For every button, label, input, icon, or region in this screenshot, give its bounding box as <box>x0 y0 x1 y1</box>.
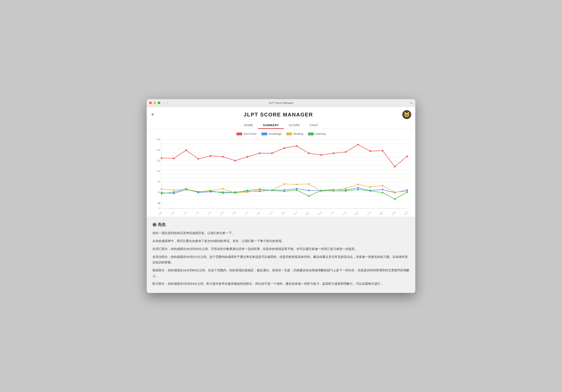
legend-label-total: Total Score <box>243 132 257 135</box>
forward-arrow[interactable]: › <box>166 101 168 105</box>
svg-text:N2-2010-07: N2-2010-07 <box>154 211 163 215</box>
tab-summary[interactable]: SUMMARY <box>258 121 284 129</box>
chart-section: Total Score Knowledge Reading Listening <box>147 129 415 217</box>
legend-listening: Listening <box>308 132 326 135</box>
analysis-heading: ㊙ 先生 <box>152 222 410 227</box>
svg-text:N2-2017-07: N2-2017-07 <box>326 211 334 215</box>
svg-point-68 <box>161 188 162 190</box>
svg-point-59 <box>308 190 310 191</box>
svg-text:N2-2016-07: N2-2016-07 <box>302 211 310 215</box>
tab-home[interactable]: HOME <box>239 121 258 129</box>
svg-point-79 <box>296 184 297 185</box>
svg-point-92 <box>198 191 199 192</box>
svg-text:160: 160 <box>156 138 160 141</box>
svg-text:N2-2014-07: N2-2014-07 <box>252 211 261 215</box>
svg-point-30 <box>210 155 211 157</box>
svg-point-36 <box>283 147 285 149</box>
svg-point-89 <box>161 192 162 193</box>
tab-score[interactable]: SCORE <box>284 121 305 129</box>
svg-point-35 <box>271 153 273 154</box>
svg-text:N2-2013-07: N2-2013-07 <box>228 211 236 215</box>
svg-point-33 <box>247 156 248 157</box>
legend-label-listening: Listening <box>315 132 326 135</box>
legend-color-listening <box>308 132 314 135</box>
svg-text:N2-2016-12: N2-2016-12 <box>314 211 322 215</box>
svg-point-105 <box>357 189 359 190</box>
header-top: ☀ JLPT SCORE MANAGER 🐱 <box>147 110 415 121</box>
svg-text:N2-2018-07: N2-2018-07 <box>351 211 359 215</box>
svg-point-26 <box>161 157 162 159</box>
analysis-para-0: 你好！我注意到你的日语考试成绩历史。让我们来分析一下。 <box>152 230 410 236</box>
svg-point-90 <box>173 193 175 194</box>
svg-point-101 <box>308 195 310 197</box>
svg-text:100: 100 <box>156 170 160 172</box>
svg-text:N2-2020-12: N2-2020-12 <box>400 211 408 215</box>
svg-text:N2-2011-12: N2-2011-12 <box>191 211 199 215</box>
app-window: ‹ › JLPT Score Manager ⎋ ☀ JLPT SCORE MA… <box>147 99 415 293</box>
svg-point-28 <box>185 149 187 151</box>
app-title: JLPT SCORE MANAGER <box>154 112 402 118</box>
legend-color-knowledge <box>261 132 267 135</box>
legend-knowledge: Knowledge <box>261 132 281 135</box>
svg-point-100 <box>296 189 297 191</box>
back-arrow[interactable]: ‹ <box>164 101 165 105</box>
svg-text:N2-2019-07: N2-2019-07 <box>375 211 384 215</box>
maximize-button[interactable] <box>158 102 160 104</box>
analysis-para-3: 在语法部分，你的成绩在9分到21分之间。这个范围内的成绩对于通过考试来说是可以接… <box>152 254 410 265</box>
nav-arrows: ‹ › <box>164 101 168 105</box>
minimize-button[interactable] <box>153 102 156 104</box>
window-controls <box>149 102 160 104</box>
titlebar: ‹ › JLPT Score Manager ⎋ <box>147 99 415 107</box>
theme-button[interactable]: ☀ <box>151 112 154 117</box>
svg-point-98 <box>271 190 273 191</box>
analysis-para-2: 在词汇部分，你的成绩在26分到32分之间。尽管这些分数离满分还有一定的距离，但是… <box>152 246 410 251</box>
svg-text:N2-2017-12: N2-2017-12 <box>338 211 347 215</box>
svg-point-85 <box>370 186 371 188</box>
svg-point-108 <box>394 198 396 200</box>
window-title: JLPT Score Manager <box>269 101 294 104</box>
svg-point-106 <box>370 190 371 192</box>
analysis-section: ㊙ 先生 你好！我注意到你的日语考试成绩历史。让我们来分析一下。 从你的成绩单中… <box>147 217 415 293</box>
svg-point-102 <box>320 190 322 191</box>
svg-point-86 <box>382 185 383 186</box>
svg-point-94 <box>222 192 224 194</box>
svg-point-42 <box>357 144 359 145</box>
svg-point-78 <box>283 183 285 185</box>
svg-point-63 <box>357 187 359 189</box>
svg-point-97 <box>259 188 261 190</box>
svg-text:140: 140 <box>156 149 160 151</box>
svg-point-109 <box>406 191 408 193</box>
tab-chat[interactable]: CHAT <box>305 121 323 129</box>
avatar[interactable]: 🐱 <box>402 110 411 119</box>
svg-point-95 <box>234 192 236 193</box>
analysis-para-5: 听力部分，你的成绩在0分到44分之间。听力是许多学生最具挑战性的部分，所以你不是… <box>152 281 410 286</box>
svg-point-39 <box>320 154 322 156</box>
svg-text:N2-2018-12: N2-2018-12 <box>363 211 371 215</box>
svg-point-34 <box>259 153 261 154</box>
svg-point-38 <box>308 153 310 154</box>
svg-text:N2-2011-07: N2-2011-07 <box>179 211 187 215</box>
close-button[interactable] <box>149 102 152 104</box>
line-chart: 160 140 120 100 80 60 40 N2-2010-07N2-20… <box>151 137 411 215</box>
svg-point-31 <box>222 156 224 157</box>
svg-point-27 <box>173 158 175 159</box>
svg-text:N2-2015-07: N2-2015-07 <box>277 211 285 215</box>
svg-text:N2-2012-07: N2-2012-07 <box>203 211 212 215</box>
svg-point-75 <box>247 191 248 193</box>
svg-text:N2-2013-12: N2-2013-12 <box>240 211 248 215</box>
svg-text:20: 20 <box>158 202 160 204</box>
analysis-para-4: 阅读部分，你的成绩在34分到60分之间。在这个范围内，你的表现比较稳定，接近满分… <box>152 267 410 278</box>
svg-point-73 <box>222 188 224 190</box>
svg-text:N2-2012-12: N2-2012-12 <box>215 211 224 215</box>
legend-label-knowledge: Knowledge <box>268 132 281 135</box>
legend-color-total <box>236 132 242 135</box>
main-content: Total Score Knowledge Reading Listening <box>147 129 415 293</box>
share-button[interactable]: ⎋ <box>410 101 412 105</box>
svg-point-93 <box>210 190 211 192</box>
svg-point-99 <box>283 190 285 192</box>
svg-text:80: 80 <box>158 180 160 183</box>
svg-point-69 <box>173 189 175 191</box>
svg-point-43 <box>370 150 371 152</box>
legend-label-reading: Reading <box>293 132 303 135</box>
app-header: ☀ JLPT SCORE MANAGER 🐱 HOME SUMMARY SCOR… <box>147 107 415 129</box>
